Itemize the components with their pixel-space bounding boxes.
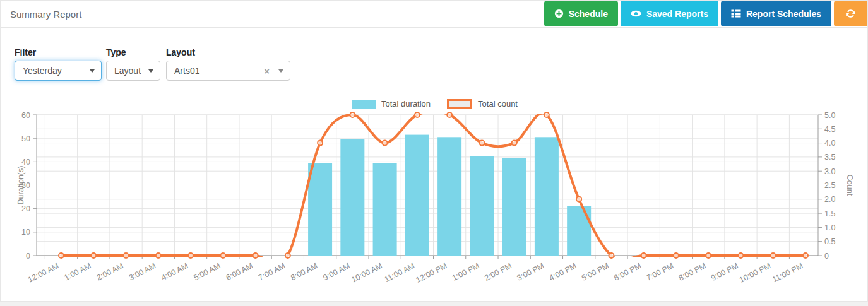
x-axis-tick-label: 9:00 AM bbox=[321, 261, 351, 282]
line-point-total-count[interactable] bbox=[738, 253, 743, 258]
bar-total-duration[interactable] bbox=[502, 158, 526, 256]
type-select[interactable]: Layout bbox=[106, 61, 160, 81]
type-label: Type bbox=[106, 47, 160, 57]
filter-group-filter: Filter Yesterday bbox=[15, 47, 102, 81]
chevron-down-icon bbox=[148, 69, 153, 73]
line-point-total-count[interactable] bbox=[318, 141, 323, 146]
x-axis-tick-label: 3:00 PM bbox=[515, 261, 545, 283]
layout-label: Layout bbox=[166, 47, 290, 57]
line-point-total-count[interactable] bbox=[544, 112, 549, 117]
x-axis-tick-label: 10:00 AM bbox=[350, 261, 384, 284]
x-axis-tick-label: 5:00 PM bbox=[580, 261, 610, 283]
right-axis-tick-label: 4.0 bbox=[824, 139, 835, 148]
chevron-down-icon bbox=[278, 69, 283, 73]
x-axis-tick-label: 9:00 PM bbox=[710, 261, 740, 283]
refresh-icon bbox=[845, 8, 856, 19]
line-point-total-count[interactable] bbox=[512, 141, 517, 146]
saved-reports-button[interactable]: Saved Reports bbox=[621, 1, 718, 26]
type-select-value: Layout bbox=[114, 66, 141, 76]
right-axis-title: Count bbox=[845, 175, 854, 196]
filter-label: Filter bbox=[15, 47, 102, 57]
line-point-total-count[interactable] bbox=[220, 253, 225, 258]
summary-report-card: Summary Report Schedule Saved Reports bbox=[0, 0, 868, 302]
x-axis-tick-label: 4:00 AM bbox=[160, 261, 189, 282]
left-axis-tick-label: 50 bbox=[21, 134, 30, 143]
x-axis-tick-label: 6:00 AM bbox=[225, 261, 254, 282]
x-axis-tick-label: 8:00 PM bbox=[677, 261, 708, 283]
line-point-total-count[interactable] bbox=[383, 141, 388, 146]
chart-canvas[interactable]: 010203040506000.51.01.52.02.53.03.54.04.… bbox=[1, 95, 868, 300]
filter-select[interactable]: Yesterday bbox=[15, 61, 102, 81]
right-axis-tick-label: 2.5 bbox=[824, 181, 835, 190]
plus-circle-icon bbox=[554, 9, 564, 18]
chevron-down-icon bbox=[90, 69, 95, 73]
x-axis-tick-label: 1:00 AM bbox=[62, 261, 92, 282]
layout-select-value: Arts01 bbox=[174, 66, 199, 76]
bar-total-duration[interactable] bbox=[535, 137, 559, 256]
line-point-total-count[interactable] bbox=[609, 253, 614, 258]
x-clear-icon[interactable]: × bbox=[264, 66, 270, 76]
summary-chart: Total duration Total count 0102030405060… bbox=[1, 95, 868, 300]
line-point-total-count[interactable] bbox=[479, 141, 484, 146]
x-axis-tick-label: 2:00 AM bbox=[95, 261, 125, 282]
table-list-icon bbox=[731, 9, 741, 18]
line-point-total-count[interactable] bbox=[124, 253, 129, 258]
left-axis-title: Duration(s) bbox=[16, 166, 25, 205]
filter-group-type: Type Layout bbox=[106, 47, 160, 81]
line-point-total-count[interactable] bbox=[59, 253, 64, 258]
filter-select-value: Yesterday bbox=[23, 66, 62, 76]
right-axis-tick-label: 3.0 bbox=[824, 167, 835, 176]
right-axis-tick-label: 4.5 bbox=[824, 125, 835, 134]
page-background-strip bbox=[0, 302, 868, 306]
header-bar: Summary Report Schedule Saved Reports bbox=[1, 1, 867, 28]
x-axis-tick-label: 12:00 PM bbox=[414, 261, 448, 285]
right-axis-tick-label: 5.0 bbox=[824, 111, 835, 120]
report-schedules-button[interactable]: Report Schedules bbox=[721, 1, 831, 26]
x-axis-tick-label: 5:00 AM bbox=[192, 261, 222, 282]
line-point-total-count[interactable] bbox=[771, 253, 776, 258]
line-point-total-count[interactable] bbox=[415, 112, 420, 117]
line-point-total-count[interactable] bbox=[285, 253, 290, 258]
line-point-total-count[interactable] bbox=[641, 253, 646, 258]
x-axis-tick-label: 3:00 AM bbox=[128, 261, 157, 282]
x-axis-tick-label: 11:00 PM bbox=[771, 261, 804, 284]
line-point-total-count[interactable] bbox=[447, 112, 452, 117]
layout-select[interactable]: Arts01 × bbox=[166, 61, 290, 81]
line-point-total-count[interactable] bbox=[188, 253, 193, 258]
bar-total-duration[interactable] bbox=[437, 137, 461, 256]
right-axis-tick-label: 3.5 bbox=[824, 153, 835, 162]
left-axis-tick-label: 40 bbox=[21, 158, 30, 167]
report-schedules-button-label: Report Schedules bbox=[746, 9, 821, 19]
filter-group-layout: Layout Arts01 × bbox=[166, 47, 290, 81]
line-point-total-count[interactable] bbox=[253, 253, 258, 258]
bar-total-duration[interactable] bbox=[373, 163, 397, 256]
line-point-total-count[interactable] bbox=[706, 253, 711, 258]
left-axis-tick-label: 0 bbox=[26, 252, 30, 261]
right-axis-tick-label: 0 bbox=[824, 252, 829, 261]
line-point-total-count[interactable] bbox=[576, 197, 581, 202]
saved-reports-button-label: Saved Reports bbox=[646, 9, 708, 19]
bar-total-duration[interactable] bbox=[340, 139, 364, 256]
line-point-total-count[interactable] bbox=[803, 253, 808, 258]
bar-total-duration[interactable] bbox=[308, 163, 332, 256]
line-point-total-count[interactable] bbox=[674, 253, 679, 258]
x-axis-tick-label: 7:00 AM bbox=[257, 261, 287, 282]
eye-icon bbox=[631, 9, 641, 18]
left-axis-tick-label: 20 bbox=[21, 204, 30, 213]
x-axis-tick-label: 11:00 AM bbox=[383, 261, 417, 284]
bar-total-duration[interactable] bbox=[567, 206, 591, 256]
x-axis-tick-label: 12:00 AM bbox=[27, 261, 60, 284]
x-axis-tick-label: 10:00 PM bbox=[738, 261, 772, 285]
bar-total-duration[interactable] bbox=[470, 156, 494, 256]
refresh-button[interactable] bbox=[834, 1, 867, 26]
bar-total-duration[interactable] bbox=[405, 135, 429, 256]
schedule-button[interactable]: Schedule bbox=[544, 1, 618, 26]
x-axis-tick-label: 8:00 AM bbox=[289, 261, 319, 282]
line-point-total-count[interactable] bbox=[156, 253, 161, 258]
line-point-total-count[interactable] bbox=[91, 253, 96, 258]
line-point-total-count[interactable] bbox=[350, 112, 355, 117]
left-axis-tick-label: 60 bbox=[21, 111, 30, 120]
left-axis-tick-label: 10 bbox=[21, 228, 30, 237]
right-axis-tick-label: 1.5 bbox=[824, 209, 835, 218]
x-axis-tick-label: 4:00 PM bbox=[548, 261, 578, 283]
